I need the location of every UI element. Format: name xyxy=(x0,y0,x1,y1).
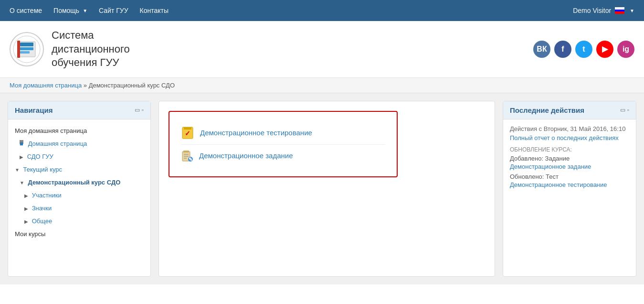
svg-rect-3 xyxy=(20,43,33,46)
sidebar-item-homepage[interactable]: ■ Домашняя страница xyxy=(8,137,150,150)
language-flag-icon[interactable] xyxy=(615,7,624,14)
sidebar-item-myhomepage[interactable]: Моя домашняя страница xyxy=(8,124,150,137)
sidebar-item-general[interactable]: ▶ Общее xyxy=(8,215,150,228)
arrow-open-icon: ▼ xyxy=(15,167,20,173)
breadcrumb-home-link[interactable]: Моя домашняя страница xyxy=(10,82,82,89)
breadcrumb-separator: » xyxy=(84,82,89,89)
updated-label: Обновлено: Тест xyxy=(510,173,629,180)
social-vk-button[interactable]: ВК xyxy=(533,41,550,58)
center-content: ✓ Демонстрационное тестирование ✎ xyxy=(158,101,495,277)
activity-date: Действия с Вторник, 31 Май 2016, 16:10 xyxy=(510,125,629,132)
logo-svg xyxy=(12,35,41,64)
svg-text:✎: ✎ xyxy=(189,157,192,162)
added-course-link[interactable]: Демонстрационное задание xyxy=(510,163,629,170)
nav-about[interactable]: О системе xyxy=(10,7,42,14)
update-section-label: ОБНОВЛЕНИЕ КУРСА: xyxy=(510,146,629,153)
sidebar-header: Навигация ▭ ▫ xyxy=(8,101,150,119)
course-items-box: ✓ Демонстрационное тестирование ✎ xyxy=(169,111,398,177)
activity-collapse-btn[interactable]: ▭ xyxy=(620,107,625,113)
sidebar-item-participants[interactable]: ▶ Участники xyxy=(8,189,150,202)
recent-activity-header: Последние действия ▭ ▫ xyxy=(503,101,636,119)
site-header: Система дистанционного обучения ГУУ ВК f… xyxy=(0,21,644,78)
sidebar-item-current-course-section: ▼ Текущий курс xyxy=(8,163,150,176)
activity-expand-btn[interactable]: ▫ xyxy=(627,107,629,113)
svg-rect-2 xyxy=(17,41,20,58)
course-item-task: ✎ Демонстрационное задание xyxy=(181,145,385,167)
svg-rect-10 xyxy=(183,151,189,152)
help-dropdown-arrow: ▼ xyxy=(83,8,87,13)
svg-text:✓: ✓ xyxy=(185,130,190,137)
test-icon: ✓ xyxy=(181,126,194,140)
site-logo xyxy=(10,32,44,66)
course-item-test: ✓ Демонстрационное тестирование xyxy=(181,121,385,145)
top-nav-user-area: Demo Visitor ▼ xyxy=(573,7,634,14)
arrow-icon: ▶ xyxy=(20,154,23,160)
breadcrumb: Моя домашняя страница » Демонстрационный… xyxy=(0,78,644,93)
social-ig-button[interactable]: ig xyxy=(617,41,634,58)
full-report-link[interactable]: Полный отчет о последних действиях xyxy=(510,134,629,141)
arrow-icon-2: ▶ xyxy=(24,193,28,198)
top-nav-links: О системе Помощь ▼ Сайт ГУУ Контакты xyxy=(10,7,169,14)
svg-rect-5 xyxy=(20,51,30,54)
nav-contacts[interactable]: Контакты xyxy=(140,7,169,14)
logo-area: Система дистанционного обучения ГУУ xyxy=(10,29,130,70)
social-icons: ВК f t ▶ ig xyxy=(533,41,634,58)
main-content: Навигация ▭ ▫ Моя домашняя страница ■ До… xyxy=(0,93,644,284)
sidebar-expand-btn[interactable]: ▫ xyxy=(142,107,144,113)
sidebar-title: Навигация xyxy=(15,106,53,114)
bullet-icon: ■ xyxy=(20,140,23,144)
arrow-open-icon-2: ▼ xyxy=(20,180,24,185)
recent-activity-sidebar: Последние действия ▭ ▫ Действия с Вторни… xyxy=(503,101,636,277)
user-dropdown-arrow: ▼ xyxy=(630,8,634,13)
breadcrumb-current: Демонстрационный курс СДО xyxy=(89,82,175,89)
recent-activity-title: Последние действия xyxy=(510,106,584,114)
sidebar-item-badges[interactable]: ▶ Значки xyxy=(8,202,150,215)
sidebar-item-mycourses[interactable]: Мои курсы xyxy=(8,228,150,240)
task-icon: ✎ xyxy=(181,150,193,162)
test-item-link[interactable]: Демонстрационное тестирование xyxy=(200,129,312,137)
recent-activity-controls: ▭ ▫ xyxy=(620,107,629,113)
task-item-link[interactable]: Демонстрационное задание xyxy=(199,152,293,160)
sidebar-item-demo-course[interactable]: ▼ Демонстрационный курс СДО xyxy=(8,176,150,189)
arrow-icon-4: ▶ xyxy=(24,219,28,224)
arrow-icon-3: ▶ xyxy=(24,206,28,211)
social-yt-button[interactable]: ▶ xyxy=(596,41,613,58)
svg-rect-4 xyxy=(20,47,33,50)
sidebar-item-sdo-guu[interactable]: ▶ СДО ГУУ xyxy=(8,150,150,163)
user-name[interactable]: Demo Visitor xyxy=(573,7,611,14)
social-tw-button[interactable]: t xyxy=(575,41,592,58)
sidebar-controls: ▭ ▫ xyxy=(135,107,144,113)
top-navigation: О системе Помощь ▼ Сайт ГУУ Контакты Dem… xyxy=(0,0,644,21)
navigation-sidebar: Навигация ▭ ▫ Моя домашняя страница ■ До… xyxy=(8,101,151,277)
site-title: Система дистанционного обучения ГУУ xyxy=(52,29,130,70)
sidebar-body: Моя домашняя страница ■ Домашняя страниц… xyxy=(8,119,150,245)
updated-course-link[interactable]: Демонстрационное тестирование xyxy=(510,181,629,188)
social-fb-button[interactable]: f xyxy=(554,41,571,58)
nav-help[interactable]: Помощь ▼ xyxy=(53,7,87,14)
sidebar-collapse-btn[interactable]: ▭ xyxy=(135,107,140,113)
added-label: Добавлено: Задание xyxy=(510,155,629,162)
recent-activity-body: Действия с Вторник, 31 Май 2016, 16:10 П… xyxy=(503,119,636,197)
nav-site[interactable]: Сайт ГУУ xyxy=(99,7,128,14)
